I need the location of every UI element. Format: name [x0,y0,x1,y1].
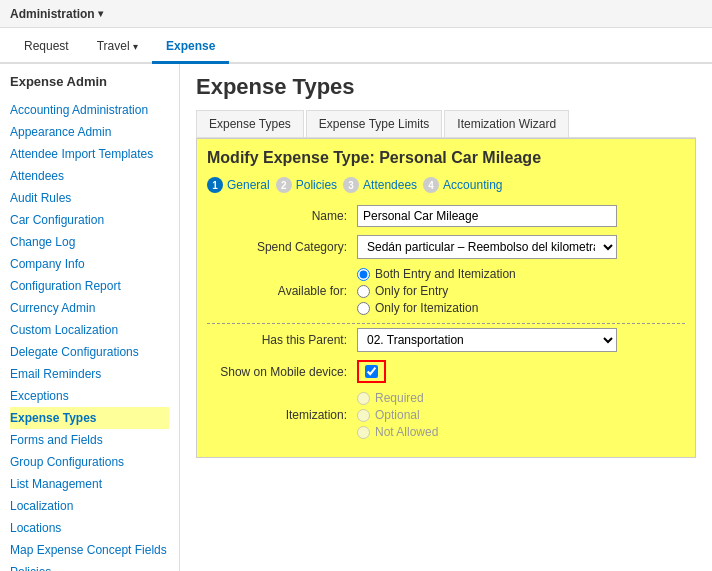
content-area: Expense Types Expense Types Expense Type… [180,64,712,571]
sidebar: Expense Admin Accounting AdministrationA… [0,64,180,571]
tab-expense-type-limits[interactable]: Expense Type Limits [306,110,443,137]
mobile-label: Show on Mobile device: [207,365,357,379]
radio-both-label: Both Entry and Itemization [375,267,516,281]
travel-chevron: ▾ [133,41,138,52]
itemization-row: Itemization: Required Optional Not Al [207,391,685,439]
has-parent-value: 02. Transportation [357,328,685,352]
radio-itemization: Only for Itemization [357,301,685,315]
main-layout: Expense Admin Accounting AdministrationA… [0,64,712,571]
sidebar-link[interactable]: List Management [10,473,169,495]
mobile-device-box [357,360,386,383]
spend-category-row: Spend Category: Sedán particular – Reemb… [207,235,685,259]
nav-tabs: Request Travel ▾ Expense [0,28,712,64]
radio-itemization-input[interactable] [357,302,370,315]
sub-tab-attendees-label: Attendees [363,178,417,192]
administration-label[interactable]: Administration [10,7,95,21]
radio-entry: Only for Entry [357,284,685,298]
has-parent-select[interactable]: 02. Transportation [357,328,617,352]
sub-tab-attendees[interactable]: 3 Attendees [343,177,417,193]
sub-tab-accounting[interactable]: 4 Accounting [423,177,502,193]
mobile-checkbox[interactable] [365,365,378,378]
has-parent-row: Has this Parent: 02. Transportation [207,328,685,352]
form-area: Name: Spend Category: Sedán particular –… [207,205,685,439]
mobile-value [357,360,685,383]
modify-section: Modify Expense Type: Personal Car Mileag… [196,138,696,458]
mobile-row: Show on Mobile device: [207,360,685,383]
sub-tab-policies[interactable]: 2 Policies [276,177,337,193]
spend-category-label: Spend Category: [207,240,357,254]
sidebar-link[interactable]: Expense Types [10,407,169,429]
radio-itemization-label: Only for Itemization [375,301,478,315]
sub-tab-general-label: General [227,178,270,192]
itemization-not-allowed-label: Not Allowed [375,425,438,439]
available-for-label: Available for: [207,284,357,298]
sidebar-link[interactable]: Localization [10,495,169,517]
radio-entry-input[interactable] [357,285,370,298]
name-input[interactable] [357,205,617,227]
name-label: Name: [207,209,357,223]
sidebar-link[interactable]: Company Info [10,253,169,275]
sub-tab-attendees-num: 3 [343,177,359,193]
sidebar-link[interactable]: Attendee Import Templates [10,143,169,165]
sidebar-link[interactable]: Map Expense Concept Fields [10,539,169,561]
sidebar-link[interactable]: Car Configuration [10,209,169,231]
sub-tab-accounting-label: Accounting [443,178,502,192]
itemization-not-allowed: Not Allowed [357,425,685,439]
available-for-row: Available for: Both Entry and Itemizatio… [207,267,685,315]
sidebar-title: Expense Admin [10,74,169,89]
sub-tabs: 1 General 2 Policies 3 Attendees 4 Accou… [207,177,685,193]
spend-category-value: Sedán particular – Reembolso del kilomet… [357,235,685,259]
tab-expense[interactable]: Expense [152,31,229,64]
name-row: Name: [207,205,685,227]
administration-chevron[interactable]: ▾ [98,8,103,19]
sidebar-link[interactable]: Exceptions [10,385,169,407]
sidebar-link[interactable]: Attendees [10,165,169,187]
sidebar-link[interactable]: Change Log [10,231,169,253]
tab-request[interactable]: Request [10,31,83,64]
sidebar-link[interactable]: Policies [10,561,169,571]
sidebar-link[interactable]: Locations [10,517,169,539]
sidebar-link[interactable]: Delegate Configurations [10,341,169,363]
sidebar-link[interactable]: Configuration Report [10,275,169,297]
sub-tab-policies-num: 2 [276,177,292,193]
sidebar-link[interactable]: Audit Rules [10,187,169,209]
sidebar-link[interactable]: Email Reminders [10,363,169,385]
name-value [357,205,685,227]
tab-expense-types[interactable]: Expense Types [196,110,304,137]
itemization-required-input[interactable] [357,392,370,405]
itemization-required-label: Required [375,391,424,405]
sidebar-links: Accounting AdministrationAppearance Admi… [10,99,169,571]
has-parent-separator [207,323,685,324]
sidebar-link[interactable]: Forms and Fields [10,429,169,451]
itemization-label: Itemization: [207,408,357,422]
sidebar-link[interactable]: Custom Localization [10,319,169,341]
sub-tab-policies-label: Policies [296,178,337,192]
content-tabs: Expense Types Expense Type Limits Itemiz… [196,110,696,138]
modify-title: Modify Expense Type: Personal Car Mileag… [207,149,685,167]
sub-tab-general[interactable]: 1 General [207,177,270,193]
itemization-required: Required [357,391,685,405]
itemization-optional-input[interactable] [357,409,370,422]
spend-category-select[interactable]: Sedán particular – Reembolso del kilomet… [357,235,617,259]
itemization-optional-label: Optional [375,408,420,422]
has-parent-label: Has this Parent: [207,333,357,347]
sidebar-link[interactable]: Accounting Administration [10,99,169,121]
sub-tab-accounting-num: 4 [423,177,439,193]
sub-tab-general-num: 1 [207,177,223,193]
itemization-not-allowed-input[interactable] [357,426,370,439]
itemization-group: Required Optional Not Allowed [357,391,685,439]
radio-both: Both Entry and Itemization [357,267,685,281]
tab-itemization-wizard[interactable]: Itemization Wizard [444,110,569,137]
radio-entry-label: Only for Entry [375,284,448,298]
itemization-optional: Optional [357,408,685,422]
page-title: Expense Types [196,74,696,100]
radio-both-input[interactable] [357,268,370,281]
top-bar: Administration ▾ [0,0,712,28]
sidebar-link[interactable]: Appearance Admin [10,121,169,143]
available-for-group: Both Entry and Itemization Only for Entr… [357,267,685,315]
sidebar-link[interactable]: Group Configurations [10,451,169,473]
sidebar-link[interactable]: Currency Admin [10,297,169,319]
tab-travel[interactable]: Travel ▾ [83,31,152,64]
